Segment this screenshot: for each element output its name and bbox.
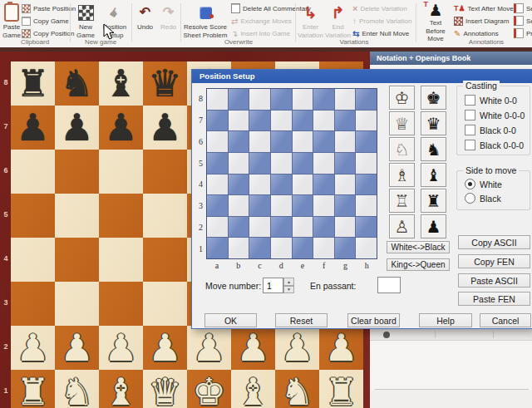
- setup-square[interactable]: [335, 217, 356, 238]
- setup-square[interactable]: [313, 217, 334, 238]
- swap-king-queen-button[interactable]: King<->Queen: [387, 258, 450, 271]
- en-passant-field[interactable]: [377, 277, 401, 293]
- paste-game-button[interactable]: Paste Game: [2, 2, 22, 43]
- setup-square[interactable]: [229, 89, 249, 110]
- setup-square[interactable]: [335, 195, 356, 216]
- ok-button[interactable]: OK: [204, 313, 257, 327]
- setup-square[interactable]: [356, 238, 377, 258]
- palette-black-king[interactable]: ♚: [421, 86, 446, 110]
- help-button[interactable]: Help: [419, 313, 472, 327]
- setup-square[interactable]: [356, 153, 377, 174]
- castling-black-ooo[interactable]: Black 0-0-0: [465, 140, 524, 150]
- annotations-button[interactable]: Annotations: [454, 28, 499, 38]
- palette-white-pawn[interactable]: ♙: [389, 214, 415, 238]
- setup-square[interactable]: [313, 89, 334, 110]
- setup-square[interactable]: [356, 175, 377, 195]
- resolve-score-sheet-button[interactable]: Resolve Score Sheet Problem: [183, 2, 228, 43]
- setup-square[interactable]: [207, 195, 228, 216]
- side-black-radio[interactable]: Black: [465, 193, 501, 204]
- checkbox-icon[interactable]: [465, 140, 475, 150]
- copy-position-button[interactable]: Copy Position: [22, 28, 74, 38]
- notation-panel-header[interactable]: Notation + Openings Book: [370, 52, 532, 65]
- setup-square[interactable]: [249, 217, 270, 238]
- setup-square[interactable]: [313, 153, 334, 174]
- checkbox-icon[interactable]: [465, 125, 475, 135]
- end-variation-button[interactable]: End Variation: [324, 2, 352, 43]
- paste-position-button[interactable]: Paste Position: [22, 3, 76, 13]
- cancel-button[interactable]: Cancel: [480, 313, 531, 327]
- setup-square[interactable]: [293, 238, 313, 258]
- text-before-move-button[interactable]: Text Before Move: [419, 2, 452, 43]
- setup-square[interactable]: [271, 89, 292, 110]
- reset-button[interactable]: Reset: [275, 313, 328, 327]
- setup-square[interactable]: [207, 175, 228, 195]
- promote-variation-button[interactable]: Promote Variation: [352, 16, 411, 26]
- copy-game-button[interactable]: Copy Game: [22, 16, 69, 26]
- setup-square[interactable]: [249, 111, 270, 131]
- castling-white-oo[interactable]: White 0-0: [465, 95, 517, 106]
- setup-square[interactable]: [249, 153, 270, 174]
- setup-square[interactable]: [356, 217, 377, 238]
- enter-null-move-button[interactable]: Enter Null Move: [352, 28, 409, 38]
- setup-square[interactable]: [335, 238, 356, 258]
- setup-square[interactable]: [356, 131, 377, 152]
- radio-selected-icon[interactable]: [465, 179, 475, 189]
- castling-white-ooo[interactable]: White 0-0-0: [465, 110, 525, 120]
- setup-square[interactable]: [229, 238, 249, 258]
- setup-square[interactable]: [271, 217, 292, 238]
- palette-white-bishop[interactable]: ♗: [389, 163, 415, 187]
- copy-fen-button[interactable]: Copy FEN: [458, 254, 530, 268]
- setup-square[interactable]: [249, 238, 270, 258]
- setup-square[interactable]: [335, 89, 356, 110]
- setup-square[interactable]: [293, 89, 313, 110]
- palette-white-king[interactable]: ♔: [389, 86, 415, 110]
- checkbox-icon[interactable]: [465, 95, 475, 106]
- setup-square[interactable]: [249, 195, 270, 216]
- clear-board-button[interactable]: Clear board: [347, 313, 400, 327]
- insert-into-game-button[interactable]: Insert Into Game: [231, 28, 290, 38]
- palette-black-queen[interactable]: ♛: [421, 111, 446, 135]
- setup-square[interactable]: [313, 238, 334, 258]
- radio-icon[interactable]: [465, 193, 475, 204]
- undo-button[interactable]: Undo: [134, 2, 156, 43]
- castling-black-oo[interactable]: Black 0-0: [465, 125, 516, 135]
- ribbon-cut-item-2[interactable]: Set: [514, 16, 532, 26]
- move-number-value[interactable]: 1: [263, 278, 283, 293]
- setup-square[interactable]: [335, 131, 356, 152]
- palette-black-knight[interactable]: ♞: [421, 137, 446, 161]
- setup-square[interactable]: [356, 89, 377, 110]
- setup-square[interactable]: [335, 111, 356, 131]
- checkbox-icon[interactable]: [465, 110, 475, 120]
- setup-square[interactable]: [229, 217, 249, 238]
- exchange-moves-button[interactable]: Exchange Moves: [231, 16, 292, 26]
- palette-white-queen[interactable]: ♕: [389, 111, 415, 135]
- delete-variation-button[interactable]: Delete Variation: [352, 3, 407, 13]
- setup-square[interactable]: [313, 131, 334, 152]
- setup-square[interactable]: [229, 175, 249, 195]
- spin-down-button[interactable]: [283, 286, 294, 294]
- palette-black-rook[interactable]: ♜: [421, 189, 446, 213]
- setup-square[interactable]: [293, 131, 313, 152]
- paste-ascii-button[interactable]: Paste ASCII: [458, 273, 530, 288]
- setup-board[interactable]: [206, 88, 377, 259]
- setup-square[interactable]: [293, 195, 313, 216]
- setup-square[interactable]: [293, 175, 313, 195]
- setup-square[interactable]: [271, 153, 292, 174]
- setup-square[interactable]: [271, 111, 292, 131]
- setup-square[interactable]: [229, 111, 249, 131]
- ribbon-cut-item-1[interactable]: Set: [514, 3, 532, 13]
- swap-white-black-button[interactable]: White<->Black: [387, 241, 450, 253]
- ribbon-cut-item-3[interactable]: Pre: [514, 28, 532, 38]
- setup-square[interactable]: [229, 131, 249, 152]
- setup-square[interactable]: [335, 175, 356, 195]
- palette-white-rook[interactable]: ♖: [389, 189, 415, 213]
- setup-square[interactable]: [249, 175, 270, 195]
- setup-square[interactable]: [271, 238, 292, 258]
- side-white-radio[interactable]: White: [465, 179, 502, 189]
- setup-square[interactable]: [207, 153, 228, 174]
- enter-variation-button[interactable]: Enter Variation: [297, 2, 324, 43]
- setup-square[interactable]: [313, 111, 334, 131]
- setup-square[interactable]: [271, 195, 292, 216]
- setup-square[interactable]: [207, 217, 228, 238]
- setup-square[interactable]: [293, 153, 313, 174]
